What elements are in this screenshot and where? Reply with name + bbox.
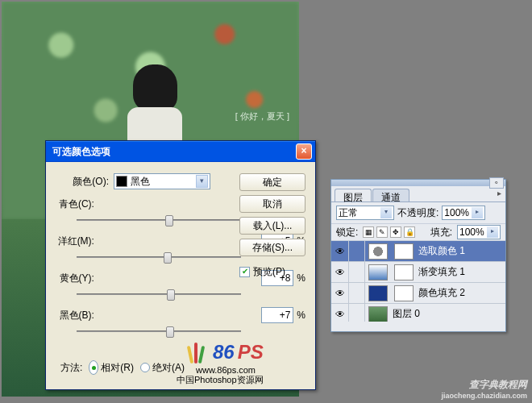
checkbox-icon[interactable]: ✔: [239, 267, 250, 277]
close-icon[interactable]: ×: [296, 143, 312, 160]
link-col[interactable]: [349, 283, 365, 303]
radio-icon: [140, 363, 150, 372]
logo-ps: PS: [238, 341, 264, 364]
watermark-logo: 86 PS: [187, 341, 264, 364]
yellow-slider[interactable]: [77, 288, 241, 301]
black-slider[interactable]: [77, 325, 241, 338]
mask-thumb-icon[interactable]: [394, 285, 414, 301]
slider-thumb[interactable]: [167, 289, 175, 301]
save-button[interactable]: 存储(S)...: [239, 239, 305, 256]
layer-item[interactable]: 👁 颜色填充 2: [331, 283, 505, 304]
method-label: 方法:: [60, 361, 82, 375]
absolute-radio[interactable]: 绝对(A): [140, 361, 185, 375]
black-input[interactable]: +7: [261, 307, 293, 323]
magenta-slider[interactable]: [77, 251, 241, 264]
fill-label: 填充:: [430, 226, 452, 239]
layer-item[interactable]: 👁 图层 0: [331, 304, 505, 322]
logo-86: 86: [213, 341, 235, 364]
method-row: 方法: 相对(R) 绝对(A): [60, 360, 185, 375]
panel-close-icon[interactable]: ◦: [489, 177, 504, 189]
opacity-input[interactable]: 100%▸: [442, 206, 485, 220]
lock-icons: ▦ ✎ ✥ 🔒: [363, 226, 415, 238]
tab-channels[interactable]: 通道: [372, 189, 409, 202]
photo-caption: [ 你好，夏天 ]: [235, 110, 289, 123]
chevron-down-icon: ▾: [380, 207, 392, 218]
opacity-label: 不透明度:: [397, 206, 438, 220]
yellow-label: 黄色(Y):: [56, 272, 99, 285]
blend-row: 正常▾ 不透明度: 100%▸: [331, 202, 505, 223]
ok-button[interactable]: 确定: [239, 173, 305, 191]
lock-paint-icon[interactable]: ✎: [376, 226, 388, 238]
cancel-button[interactable]: 取消: [239, 195, 305, 213]
slider-thumb[interactable]: [164, 252, 172, 264]
slider-thumb[interactable]: [165, 215, 173, 226]
radio-icon: [89, 360, 98, 375]
tab-layers[interactable]: 图层: [335, 189, 372, 202]
panel-tabs: 图层 通道 ▸: [331, 186, 505, 202]
dialog-buttons: 确定 取消 载入(L)... 存储(S)... ✔ 预览(P): [239, 173, 305, 279]
load-button[interactable]: 载入(L)...: [239, 217, 305, 235]
selective-color-dialog: 可选颜色选项 × 颜色(O): 黑色 ▾ 青色(C): +6 % 洋红(M):: [45, 140, 316, 390]
link-col[interactable]: [349, 241, 365, 261]
panel-drag-bar[interactable]: [331, 180, 505, 186]
panel-menu-icon[interactable]: ▸: [493, 189, 505, 202]
layer-name: 渐变填充 1: [417, 265, 505, 279]
link-col[interactable]: [349, 262, 365, 282]
visibility-icon[interactable]: 👁: [331, 262, 349, 282]
logo-cn: 中国Photoshop资源网: [177, 374, 264, 386]
color-swatch: [116, 176, 127, 187]
chevron-right-icon: ▸: [487, 226, 498, 238]
layer-item[interactable]: 👁 渐变填充 1: [331, 262, 505, 283]
app-background: [ 你好，夏天 ] 可选颜色选项 × 颜色(O): 黑色 ▾ 青色(C): +6…: [0, 0, 532, 403]
lock-transparency-icon[interactable]: ▦: [363, 226, 374, 238]
layer-name: 选取颜色 1: [417, 244, 505, 258]
link-col[interactable]: [349, 304, 365, 322]
fill-input[interactable]: 100%▸: [457, 225, 501, 239]
adjustment-thumb-icon[interactable]: [368, 243, 388, 260]
layer-list: 👁 选取颜色 1 👁 渐变填充 1 👁 颜色填充 2 👁 图层 0: [331, 241, 505, 322]
dialog-title: 可选颜色选项: [52, 145, 296, 159]
chevron-right-icon: ▸: [472, 207, 483, 218]
slider-thumb[interactable]: [166, 326, 174, 338]
gradient-thumb-icon[interactable]: [368, 264, 388, 280]
image-thumb-icon[interactable]: [368, 306, 388, 322]
preview-label: 预览(P): [253, 265, 285, 279]
visibility-icon[interactable]: 👁: [331, 241, 349, 261]
preview-checkbox-row[interactable]: ✔ 预览(P): [239, 265, 305, 279]
color-combo[interactable]: 黑色 ▾: [114, 173, 210, 189]
lock-row: 锁定: ▦ ✎ ✥ 🔒 填充: 100%▸: [331, 223, 505, 241]
relative-radio[interactable]: 相对(R): [89, 360, 134, 375]
visibility-icon[interactable]: 👁: [331, 304, 349, 322]
color-label: 颜色(O):: [65, 175, 114, 189]
chevron-down-icon[interactable]: ▾: [196, 175, 208, 188]
lock-all-icon[interactable]: 🔒: [404, 226, 415, 238]
lock-label: 锁定:: [336, 226, 358, 239]
blend-mode-select[interactable]: 正常▾: [336, 206, 394, 220]
cyan-slider[interactable]: [77, 214, 241, 226]
layers-panel: ◦ 图层 通道 ▸ 正常▾ 不透明度: 100%▸ 锁定: ▦ ✎ ✥ 🔒 填充…: [330, 179, 506, 332]
visibility-icon[interactable]: 👁: [331, 283, 349, 303]
logo-swoosh-icon: [187, 341, 210, 364]
color-value: 黑色: [131, 175, 150, 189]
dialog-body: 颜色(O): 黑色 ▾ 青色(C): +6 % 洋红(M): +5 %: [46, 162, 315, 389]
layer-item[interactable]: 👁 选取颜色 1: [331, 241, 505, 262]
page-watermark: 查字典教程网 jiaocheng.chazidian.com: [441, 376, 527, 400]
solid-thumb-icon[interactable]: [368, 285, 388, 301]
layer-name: 颜色填充 2: [417, 286, 505, 300]
mask-thumb-icon[interactable]: [394, 264, 414, 280]
dialog-titlebar[interactable]: 可选颜色选项 ×: [46, 141, 315, 162]
magenta-label: 洋红(M):: [56, 235, 99, 248]
black-label: 黑色(B):: [56, 309, 99, 322]
mask-thumb-icon[interactable]: [394, 243, 414, 260]
layer-name: 图层 0: [391, 307, 505, 321]
cyan-label: 青色(C):: [56, 197, 99, 211]
lock-move-icon[interactable]: ✥: [390, 226, 401, 238]
